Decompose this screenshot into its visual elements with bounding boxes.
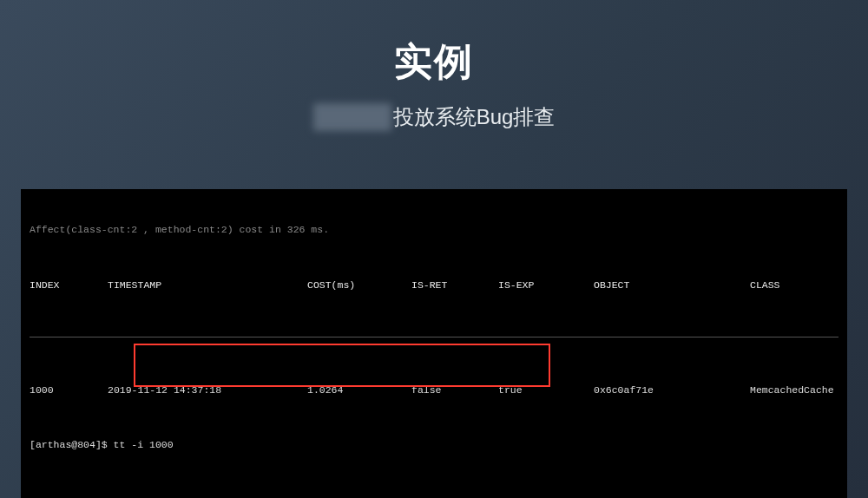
divider-line (30, 337, 838, 337)
header-timestamp: TIMESTAMP (108, 278, 307, 292)
header-object: OBJECT (594, 278, 750, 292)
redacted-block (313, 103, 391, 131)
highlight-box (134, 344, 550, 387)
cell-cost: 1.0264 (307, 383, 411, 397)
command-prompt: [arthas@804]$ tt -i 1000 (30, 438, 838, 452)
header-isexp: IS-EXP (498, 278, 594, 292)
table-row: 1000 2019-11-12 14:37:18 1.0264 false tr… (30, 383, 838, 398)
header-index: INDEX (30, 278, 108, 292)
slide-title: 实例 (0, 0, 868, 88)
cell-index: 1000 (30, 383, 108, 397)
detail-block: INDEX1000 GMT-CREATE2019-11-12 14:37:18 … (30, 494, 838, 498)
header-cost: COST(ms) (307, 278, 411, 292)
cell-isret: false (411, 383, 498, 397)
cell-class: MemcachedCache (750, 383, 838, 397)
cell-object: 0x6c0af71e (594, 383, 750, 397)
subtitle-text: 投放系统Bug排查 (393, 103, 556, 131)
terminal-window: Affect(class-cnt:2 , method-cnt:2) cost … (21, 189, 847, 498)
cell-isexp: true (498, 383, 594, 397)
header-isret: IS-RET (411, 278, 498, 292)
cell-timestamp: 2019-11-12 14:37:18 (108, 383, 307, 397)
table-header-row: INDEX TIMESTAMP COST(ms) IS-RET IS-EXP O… (30, 277, 838, 294)
header-class: CLASS (750, 278, 838, 292)
affect-line: Affect(class-cnt:2 , method-cnt:2) cost … (30, 223, 838, 237)
slide-subtitle: 投放系统Bug排查 (0, 103, 868, 131)
